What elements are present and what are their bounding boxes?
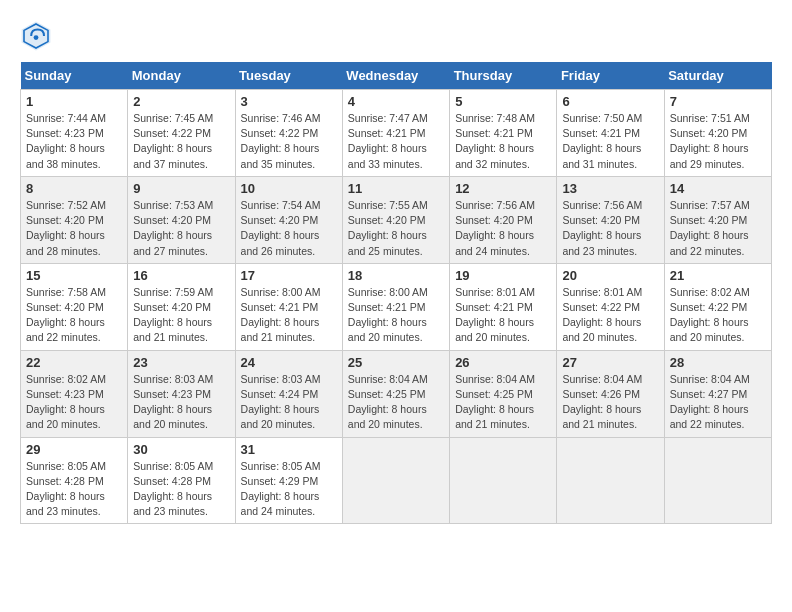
calendar-cell: 14 Sunrise: 7:57 AM Sunset: 4:20 PM Dayl… (664, 176, 771, 263)
daylight-label: Daylight: 8 hours and 20 minutes. (241, 403, 320, 430)
sunset-label: Sunset: 4:20 PM (133, 301, 211, 313)
day-number: 4 (348, 94, 444, 109)
sunrise-label: Sunrise: 8:02 AM (26, 373, 106, 385)
daylight-label: Daylight: 8 hours and 22 minutes. (26, 316, 105, 343)
daylight-label: Daylight: 8 hours and 37 minutes. (133, 142, 212, 169)
sunrise-label: Sunrise: 7:58 AM (26, 286, 106, 298)
calendar-cell: 9 Sunrise: 7:53 AM Sunset: 4:20 PM Dayli… (128, 176, 235, 263)
day-info: Sunrise: 7:47 AM Sunset: 4:21 PM Dayligh… (348, 111, 444, 172)
day-info: Sunrise: 7:55 AM Sunset: 4:20 PM Dayligh… (348, 198, 444, 259)
day-number: 8 (26, 181, 122, 196)
sunrise-label: Sunrise: 8:04 AM (348, 373, 428, 385)
daylight-label: Daylight: 8 hours and 22 minutes. (670, 403, 749, 430)
day-number: 26 (455, 355, 551, 370)
calendar-cell: 19 Sunrise: 8:01 AM Sunset: 4:21 PM Dayl… (450, 263, 557, 350)
logo-icon (20, 20, 52, 52)
sunrise-label: Sunrise: 8:05 AM (241, 460, 321, 472)
day-info: Sunrise: 7:52 AM Sunset: 4:20 PM Dayligh… (26, 198, 122, 259)
day-number: 18 (348, 268, 444, 283)
sunset-label: Sunset: 4:23 PM (133, 388, 211, 400)
calendar-week-row: 8 Sunrise: 7:52 AM Sunset: 4:20 PM Dayli… (21, 176, 772, 263)
calendar-cell: 4 Sunrise: 7:47 AM Sunset: 4:21 PM Dayli… (342, 90, 449, 177)
calendar-cell: 2 Sunrise: 7:45 AM Sunset: 4:22 PM Dayli… (128, 90, 235, 177)
calendar-cell: 11 Sunrise: 7:55 AM Sunset: 4:20 PM Dayl… (342, 176, 449, 263)
daylight-label: Daylight: 8 hours and 23 minutes. (562, 229, 641, 256)
day-info: Sunrise: 7:56 AM Sunset: 4:20 PM Dayligh… (455, 198, 551, 259)
day-number: 21 (670, 268, 766, 283)
day-number: 11 (348, 181, 444, 196)
col-tuesday: Tuesday (235, 62, 342, 90)
calendar-week-row: 15 Sunrise: 7:58 AM Sunset: 4:20 PM Dayl… (21, 263, 772, 350)
sunset-label: Sunset: 4:21 PM (455, 301, 533, 313)
day-info: Sunrise: 8:04 AM Sunset: 4:26 PM Dayligh… (562, 372, 658, 433)
calendar-cell: 27 Sunrise: 8:04 AM Sunset: 4:26 PM Dayl… (557, 350, 664, 437)
sunset-label: Sunset: 4:24 PM (241, 388, 319, 400)
day-info: Sunrise: 7:57 AM Sunset: 4:20 PM Dayligh… (670, 198, 766, 259)
daylight-label: Daylight: 8 hours and 25 minutes. (348, 229, 427, 256)
calendar-cell: 29 Sunrise: 8:05 AM Sunset: 4:28 PM Dayl… (21, 437, 128, 524)
calendar-cell: 5 Sunrise: 7:48 AM Sunset: 4:21 PM Dayli… (450, 90, 557, 177)
day-info: Sunrise: 8:00 AM Sunset: 4:21 PM Dayligh… (241, 285, 337, 346)
sunrise-label: Sunrise: 8:03 AM (241, 373, 321, 385)
sunrise-label: Sunrise: 7:48 AM (455, 112, 535, 124)
calendar-cell: 17 Sunrise: 8:00 AM Sunset: 4:21 PM Dayl… (235, 263, 342, 350)
calendar-cell: 23 Sunrise: 8:03 AM Sunset: 4:23 PM Dayl… (128, 350, 235, 437)
daylight-label: Daylight: 8 hours and 23 minutes. (133, 490, 212, 517)
calendar-cell (450, 437, 557, 524)
daylight-label: Daylight: 8 hours and 35 minutes. (241, 142, 320, 169)
day-number: 13 (562, 181, 658, 196)
calendar-cell: 25 Sunrise: 8:04 AM Sunset: 4:25 PM Dayl… (342, 350, 449, 437)
day-number: 23 (133, 355, 229, 370)
calendar-cell: 7 Sunrise: 7:51 AM Sunset: 4:20 PM Dayli… (664, 90, 771, 177)
day-info: Sunrise: 7:59 AM Sunset: 4:20 PM Dayligh… (133, 285, 229, 346)
day-info: Sunrise: 8:03 AM Sunset: 4:23 PM Dayligh… (133, 372, 229, 433)
day-info: Sunrise: 7:48 AM Sunset: 4:21 PM Dayligh… (455, 111, 551, 172)
daylight-label: Daylight: 8 hours and 24 minutes. (455, 229, 534, 256)
calendar-cell: 26 Sunrise: 8:04 AM Sunset: 4:25 PM Dayl… (450, 350, 557, 437)
calendar-cell: 8 Sunrise: 7:52 AM Sunset: 4:20 PM Dayli… (21, 176, 128, 263)
sunrise-label: Sunrise: 8:04 AM (455, 373, 535, 385)
day-info: Sunrise: 8:04 AM Sunset: 4:25 PM Dayligh… (455, 372, 551, 433)
sunrise-label: Sunrise: 7:44 AM (26, 112, 106, 124)
sunset-label: Sunset: 4:20 PM (348, 214, 426, 226)
day-number: 1 (26, 94, 122, 109)
sunset-label: Sunset: 4:29 PM (241, 475, 319, 487)
daylight-label: Daylight: 8 hours and 26 minutes. (241, 229, 320, 256)
daylight-label: Daylight: 8 hours and 27 minutes. (133, 229, 212, 256)
day-number: 16 (133, 268, 229, 283)
sunset-label: Sunset: 4:20 PM (26, 301, 104, 313)
daylight-label: Daylight: 8 hours and 31 minutes. (562, 142, 641, 169)
day-info: Sunrise: 7:46 AM Sunset: 4:22 PM Dayligh… (241, 111, 337, 172)
sunset-label: Sunset: 4:20 PM (241, 214, 319, 226)
day-info: Sunrise: 7:56 AM Sunset: 4:20 PM Dayligh… (562, 198, 658, 259)
calendar-cell: 30 Sunrise: 8:05 AM Sunset: 4:28 PM Dayl… (128, 437, 235, 524)
day-info: Sunrise: 8:02 AM Sunset: 4:22 PM Dayligh… (670, 285, 766, 346)
daylight-label: Daylight: 8 hours and 21 minutes. (241, 316, 320, 343)
day-number: 25 (348, 355, 444, 370)
sunrise-label: Sunrise: 7:51 AM (670, 112, 750, 124)
calendar-cell: 31 Sunrise: 8:05 AM Sunset: 4:29 PM Dayl… (235, 437, 342, 524)
daylight-label: Daylight: 8 hours and 20 minutes. (348, 316, 427, 343)
sunset-label: Sunset: 4:22 PM (133, 127, 211, 139)
calendar-cell: 10 Sunrise: 7:54 AM Sunset: 4:20 PM Dayl… (235, 176, 342, 263)
sunset-label: Sunset: 4:23 PM (26, 388, 104, 400)
calendar-week-row: 29 Sunrise: 8:05 AM Sunset: 4:28 PM Dayl… (21, 437, 772, 524)
day-info: Sunrise: 7:50 AM Sunset: 4:21 PM Dayligh… (562, 111, 658, 172)
day-info: Sunrise: 8:02 AM Sunset: 4:23 PM Dayligh… (26, 372, 122, 433)
calendar-cell: 3 Sunrise: 7:46 AM Sunset: 4:22 PM Dayli… (235, 90, 342, 177)
sunset-label: Sunset: 4:21 PM (241, 301, 319, 313)
day-number: 27 (562, 355, 658, 370)
day-info: Sunrise: 8:05 AM Sunset: 4:29 PM Dayligh… (241, 459, 337, 520)
day-info: Sunrise: 8:04 AM Sunset: 4:27 PM Dayligh… (670, 372, 766, 433)
sunset-label: Sunset: 4:27 PM (670, 388, 748, 400)
sunset-label: Sunset: 4:20 PM (133, 214, 211, 226)
daylight-label: Daylight: 8 hours and 23 minutes. (26, 490, 105, 517)
day-info: Sunrise: 8:05 AM Sunset: 4:28 PM Dayligh… (133, 459, 229, 520)
sunset-label: Sunset: 4:20 PM (455, 214, 533, 226)
day-info: Sunrise: 7:44 AM Sunset: 4:23 PM Dayligh… (26, 111, 122, 172)
calendar-cell: 22 Sunrise: 8:02 AM Sunset: 4:23 PM Dayl… (21, 350, 128, 437)
day-info: Sunrise: 8:01 AM Sunset: 4:22 PM Dayligh… (562, 285, 658, 346)
day-number: 15 (26, 268, 122, 283)
sunset-label: Sunset: 4:23 PM (26, 127, 104, 139)
calendar-cell (664, 437, 771, 524)
